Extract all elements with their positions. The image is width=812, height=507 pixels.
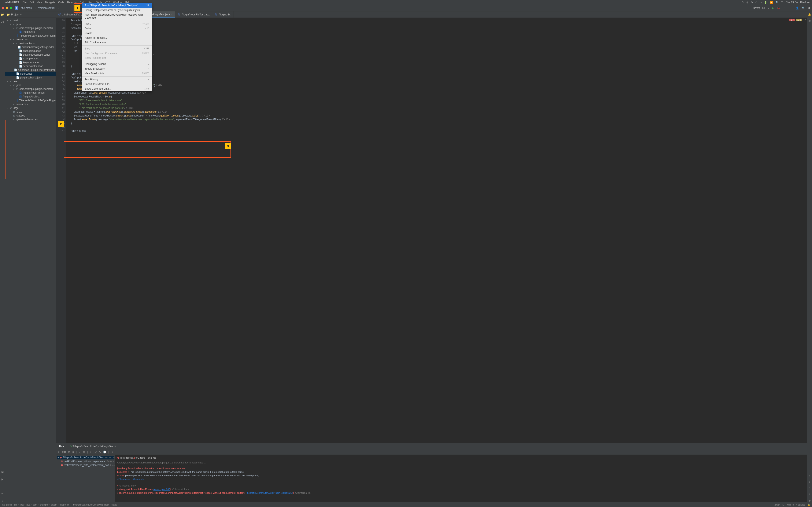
nav-down-icon[interactable]: ↓ [809, 481, 810, 483]
more-icon[interactable]: ⋮ [115, 451, 118, 453]
git-tool-icon[interactable]: ⎌ [2, 485, 3, 488]
tree-item[interactable]: CPluginPropsFileTest [5, 91, 56, 95]
tree-item[interactable]: 📄funnelback-plugin-title-prefix.properti… [5, 68, 56, 72]
menu-item[interactable]: Run 'TitleprefixSearchLifeCyclePluginTes… [82, 3, 152, 8]
test-item[interactable]: ⊗testPostProcess_without_replacemen549 m… [57, 459, 114, 463]
lock-icon[interactable]: 🔒 [807, 503, 810, 506]
toggle-autotest-icon[interactable]: ⟳ [68, 451, 70, 453]
minimize-window-button[interactable] [6, 7, 8, 9]
menu-code[interactable]: Code [58, 1, 64, 4]
maven-icon[interactable]: m [809, 19, 811, 22]
tree-item[interactable]: ▾🗀com.example.plugin.titleprefix [5, 26, 56, 30]
error-count[interactable]: ▲ 4 [790, 18, 795, 21]
menu-item[interactable]: Import Tests from File... [82, 82, 152, 87]
menu-item[interactable]: Debug...⌃⌥ D [82, 26, 152, 31]
stop-icon[interactable]: ■ [72, 451, 74, 453]
menu-refactor[interactable]: Refactor [67, 1, 77, 4]
editor-tab[interactable]: ⓒPluginUtils [212, 11, 233, 17]
run-tab[interactable]: Run [58, 444, 66, 449]
tree-item[interactable]: ▾🗀main [5, 18, 56, 22]
moon-icon[interactable]: ☾ [755, 1, 758, 4]
rerun-icon[interactable]: ↻ [58, 451, 60, 453]
menu-item[interactable]: Attach to Process... [82, 36, 152, 40]
problems-tool-icon[interactable]: ⊘ [1, 499, 4, 502]
export-icon[interactable]: ⤓ [111, 451, 113, 453]
menu-item[interactable]: Toggle Breakpoint▸ [82, 66, 152, 71]
run-menu[interactable]: Run 'TitleprefixSearchLifeCyclePluginTes… [82, 3, 152, 91]
project-badge[interactable]: T [15, 6, 18, 10]
tree-item[interactable]: ▾🗀test [5, 79, 56, 83]
search-everywhere-icon[interactable]: 🔍 [802, 7, 805, 9]
layout-icon[interactable]: ≡ [809, 487, 810, 490]
wifi-icon[interactable]: 📶 [770, 1, 773, 4]
status-icon[interactable]: S [742, 1, 744, 4]
tree-item[interactable]: 📄plugin-schema.json [5, 76, 56, 79]
tree-item[interactable]: 📄seealsolinks.adoc [5, 64, 56, 68]
sort-icon[interactable]: ↓↑ [90, 451, 93, 453]
gutter[interactable]: 19 2021222324252627282930313233343536373… [56, 18, 66, 443]
stack-link[interactable]: TitleprefixSearchLifeCyclePluginTest.jav… [245, 492, 293, 494]
menu-item[interactable]: Test History▸ [82, 77, 152, 82]
tree-item[interactable]: 🗀generated-sources [5, 118, 56, 121]
menu-navigate[interactable]: Navigate [45, 1, 55, 4]
breadcrumb-item[interactable]: titleprefix [60, 503, 69, 506]
expand-icon[interactable]: ⤢ [95, 451, 97, 453]
breadcrumb[interactable]: title-prefix›src›test›java›com›example›p… [2, 503, 117, 506]
bluetooth-icon[interactable]: ᚛ [760, 1, 761, 4]
project-name[interactable]: title-prefix [21, 7, 32, 9]
history-icon[interactable]: 🕐 [103, 451, 106, 453]
debug-icon[interactable]: 🐞 [777, 7, 780, 9]
app-name[interactable]: IntelliJ IDEA [5, 1, 19, 4]
tree-item[interactable]: CPluginUtils [5, 30, 56, 34]
more-icon[interactable]: ⋮ [783, 7, 786, 9]
menu-view[interactable]: View [37, 1, 42, 4]
warning-count[interactable]: ▲ 1 [796, 18, 802, 21]
tree-item[interactable]: 🗀1.0.0 [5, 110, 56, 114]
tree-item[interactable]: 📄example.adoc [5, 57, 56, 60]
tree-item[interactable]: 📄detaileddescription.adoc [5, 53, 56, 57]
nav-up-icon[interactable]: ↑ [809, 474, 810, 477]
battery-icon[interactable]: 🔋 [764, 1, 767, 4]
line-separator[interactable]: LF [782, 503, 785, 506]
inspections-widget[interactable]: ▲ 4 ▲ 1 ^ v [790, 18, 806, 21]
project-tree[interactable]: ▾🗀main▾🗀java▾🗀com.example.plugin.titlepr… [5, 18, 56, 502]
tree-item[interactable]: 📄changelog.adoc [5, 49, 56, 53]
editor-tabs[interactable]: ⓒ...fixSearchLifeCyclePlugin📄index.adocⓒ… [56, 11, 807, 18]
tree-item[interactable]: ▾🗀arget [5, 106, 56, 110]
caret-position[interactable]: 27:54 [774, 503, 780, 506]
breadcrumb-item[interactable]: test [20, 503, 24, 506]
menu-file[interactable]: File [22, 1, 26, 4]
tree-item[interactable]: 🗀classes [5, 114, 56, 118]
tree-item[interactable]: 📄additionalconfigsettings.adoc [5, 45, 56, 49]
file-encoding[interactable]: UTF-8 [787, 503, 794, 506]
status-icon[interactable]: ⊙ [751, 1, 753, 4]
breadcrumb-item[interactable]: src [14, 503, 17, 506]
tree-item[interactable]: ▾🗀com.example.plugin.titleprefix [5, 87, 56, 91]
tree-item[interactable]: ▾🗀java [5, 22, 56, 26]
tree-item[interactable]: 📄index.adoc [5, 72, 56, 76]
stack-link[interactable]: Assert.java:835 [153, 488, 170, 491]
menu-item[interactable]: Stop⌘ F2 [82, 46, 152, 51]
test-tree[interactable]: ▾⊗TitleprefixSearchLifeCyclePluginTest(c… [56, 455, 115, 502]
run-config[interactable]: Current File [752, 7, 765, 9]
run-button-icon[interactable]: ▶ [772, 7, 774, 9]
datetime[interactable]: Tue 19 Dec 10:49 am [786, 1, 810, 4]
breadcrumb-item[interactable]: plugin [51, 503, 57, 506]
search-icon[interactable]: 🔍 [775, 1, 778, 4]
tree-item[interactable]: 📄keywords.adoc [5, 60, 56, 64]
menu-item[interactable]: Show Coverage Data...⌃⌥ F6 [82, 87, 152, 91]
tree-item[interactable]: 🗀resources [5, 102, 56, 106]
test-item[interactable]: ▾⊗TitleprefixSearchLifeCyclePluginTest(c… [57, 456, 114, 459]
code-with-me-icon[interactable]: 👤 [796, 7, 799, 9]
show-ignored-icon[interactable]: ⊘ [83, 451, 85, 453]
menu-item[interactable]: Edit Configurations... [82, 40, 152, 45]
menu-item[interactable]: View Breakpoints...⇧⌘ F8 [82, 71, 152, 76]
maximize-window-button[interactable] [10, 7, 12, 9]
notifications-icon[interactable]: 🔔 [808, 13, 811, 16]
build-tool-icon[interactable]: ⚒ [1, 492, 4, 495]
trash-icon[interactable]: 🗑 [808, 499, 811, 502]
menu-item[interactable]: Stop Background Processes...⇧⌘ F2 [82, 51, 152, 56]
menu-item[interactable]: Run 'TitleprefixSearchLifeCyclePluginTes… [82, 12, 152, 20]
collapse-icon[interactable]: ⤡ [99, 451, 101, 453]
close-window-button[interactable] [2, 7, 4, 9]
